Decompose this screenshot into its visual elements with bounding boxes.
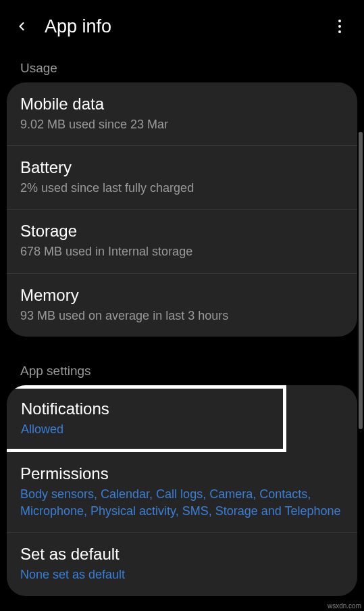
section-label-usage: Usage xyxy=(7,53,357,82)
item-title: Notifications xyxy=(21,399,269,418)
item-title: Memory xyxy=(20,286,344,305)
memory-item[interactable]: Memory 93 MB used on average in last 3 h… xyxy=(7,274,357,337)
item-subtitle: Body sensors, Calendar, Call logs, Camer… xyxy=(20,486,344,520)
back-icon[interactable] xyxy=(14,18,30,34)
item-subtitle: 93 MB used on average in last 3 hours xyxy=(20,308,344,324)
mobile-data-item[interactable]: Mobile data 9.02 MB used since 23 Mar xyxy=(7,82,357,146)
section-label-app-settings: App settings xyxy=(7,356,357,385)
item-subtitle: 678 MB used in Internal storage xyxy=(20,243,344,260)
item-subtitle: 9.02 MB used since 23 Mar xyxy=(20,116,344,133)
item-title: Permissions xyxy=(20,464,344,483)
item-subtitle: 2% used since last fully charged xyxy=(20,180,344,197)
header: App info xyxy=(0,0,364,53)
permissions-item[interactable]: Permissions Body sensors, Calendar, Call… xyxy=(7,452,357,533)
item-title: Storage xyxy=(20,222,344,241)
app-settings-card: Notifications Allowed Permissions Body s… xyxy=(7,385,357,596)
battery-item[interactable]: Battery 2% used since last fully charged xyxy=(7,146,357,210)
notifications-item[interactable]: Notifications Allowed xyxy=(7,385,286,452)
set-as-default-item[interactable]: Set as default None set as default xyxy=(7,533,357,595)
item-title: Battery xyxy=(20,158,344,177)
item-title: Mobile data xyxy=(20,95,344,114)
usage-card: Mobile data 9.02 MB used since 23 Mar Ba… xyxy=(7,82,357,337)
item-title: Set as default xyxy=(20,545,344,564)
watermark: wsxdn.com xyxy=(328,602,361,610)
storage-item[interactable]: Storage 678 MB used in Internal storage xyxy=(7,210,357,273)
item-subtitle: Allowed xyxy=(21,421,269,438)
header-left: App info xyxy=(14,16,111,37)
item-subtitle: None set as default xyxy=(20,566,344,583)
content: Usage Mobile data 9.02 MB used since 23 … xyxy=(0,53,364,596)
more-menu-icon[interactable] xyxy=(334,18,350,34)
scrollbar[interactable] xyxy=(359,132,363,429)
page-title: App info xyxy=(45,16,111,37)
